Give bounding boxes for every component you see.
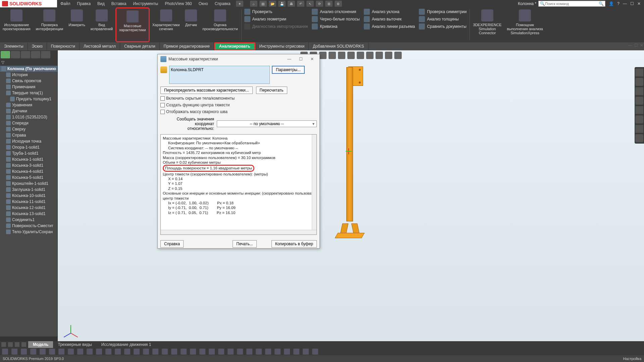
- sketch-tool-icon[interactable]: [190, 349, 196, 355]
- sketch-tool-icon[interactable]: [152, 349, 158, 355]
- play-icon[interactable]: [15, 342, 19, 347]
- select-icon[interactable]: ↖: [306, 1, 314, 7]
- tree-item[interactable]: Тело-Удалить/Сохран: [0, 229, 57, 235]
- step-fwd-icon[interactable]: [21, 342, 26, 347]
- sketch-tool-icon[interactable]: [124, 349, 130, 355]
- home-pane-icon[interactable]: [635, 68, 643, 76]
- sketch-tool-icon[interactable]: [143, 349, 149, 355]
- menu-файл[interactable]: Файл: [57, 1, 74, 6]
- tree-item[interactable]: Примечания: [0, 84, 57, 90]
- ribbon-Измерить[interactable]: Измерить: [66, 7, 88, 42]
- ribbon-mini-Кривизна[interactable]: Кривизна: [312, 23, 360, 30]
- menu-photoview 360[interactable]: PhotoView 360: [161, 1, 195, 6]
- config-manager-tab[interactable]: [21, 51, 30, 58]
- sketch-tool-icon[interactable]: [284, 349, 290, 355]
- dialog-titlebar[interactable]: Массовые характеристики — ☐ ✕: [158, 54, 319, 64]
- maximize-icon[interactable]: ☐: [630, 1, 634, 6]
- params-button[interactable]: Параметры...: [272, 66, 305, 74]
- scene-icon[interactable]: [376, 52, 383, 59]
- tree-item[interactable]: Косынка-5-solid1: [0, 174, 57, 180]
- new-icon[interactable]: ▤: [259, 1, 267, 7]
- results-horizontal-scrollbar[interactable]: [161, 230, 316, 235]
- tree-item[interactable]: Косынка-12-solid1: [0, 205, 57, 211]
- vp-maximize-icon[interactable]: ☐: [634, 43, 638, 48]
- ribbon-mini-Сравнить документы[interactable]: Сравнить документы: [419, 23, 466, 30]
- sketch-tool-icon[interactable]: [199, 349, 205, 355]
- step-back-icon[interactable]: [8, 342, 13, 347]
- tree-item[interactable]: Косынка-4-solid1: [0, 168, 57, 174]
- appearances-pane-icon[interactable]: [635, 115, 643, 123]
- display-style-icon[interactable]: [347, 52, 355, 59]
- sketch-tool-icon[interactable]: [237, 349, 243, 355]
- tree-item[interactable]: Спереди: [0, 120, 57, 126]
- command-search[interactable]: 🔍 🔍: [538, 1, 605, 7]
- tree-item[interactable]: Косынка-13-solid1: [0, 211, 57, 217]
- sketch-tool-icon[interactable]: [11, 349, 17, 355]
- bottom-tab-Трехмерные виды[interactable]: Трехмерные виды: [53, 341, 96, 348]
- copy-button[interactable]: Копировать в буфер: [271, 240, 317, 248]
- sketch-tool-icon[interactable]: [246, 349, 252, 355]
- menu-правка[interactable]: Правка: [74, 1, 94, 6]
- ribbon-mini-Анализ уклона[interactable]: Анализ уклона: [364, 9, 415, 15]
- print-icon[interactable]: 🖶: [288, 1, 295, 7]
- tree-item[interactable]: История: [0, 72, 57, 78]
- ribbon-mini-Проверить[interactable]: Проверить: [244, 9, 308, 15]
- tree-item[interactable]: 1.0116 (S235J2G3): [0, 114, 57, 120]
- tree-item[interactable]: Придать толщину1: [0, 96, 57, 102]
- tree-item[interactable]: Косынка-11-solid1: [0, 199, 57, 205]
- sketch-tool-icon[interactable]: [275, 349, 281, 355]
- forum-pane-icon[interactable]: [635, 134, 643, 142]
- prev-view-icon[interactable]: [319, 52, 327, 59]
- ribbon-mini-Анализ отклонения[interactable]: Анализ отклонения: [312, 9, 360, 15]
- selected-file-box[interactable]: Колонна.SLDPRT: [169, 66, 270, 84]
- rebuild-icon[interactable]: ⟳: [316, 1, 323, 7]
- ribbon-mini-Анализ толщины[interactable]: Анализ толщины: [419, 16, 466, 22]
- recalc-button[interactable]: Пересчитать: [256, 87, 287, 94]
- pin-icon[interactable]: ✦: [236, 1, 243, 7]
- view-settings-icon[interactable]: [385, 52, 392, 59]
- resources-pane-icon[interactable]: [635, 78, 643, 86]
- ribbon-Характеристики[interactable]: Характеристики сечения: [150, 7, 183, 42]
- show-weld-mass-checkbox[interactable]: [160, 110, 165, 114]
- vp-close-icon[interactable]: ✕: [640, 43, 643, 48]
- tab-Инструменты отрисовки[interactable]: Инструменты отрисовки: [255, 42, 309, 50]
- sketch-tool-icon[interactable]: [77, 349, 83, 355]
- create-com-checkbox[interactable]: [160, 103, 165, 107]
- sketch-tool-icon[interactable]: [21, 349, 27, 355]
- sketch-tool-icon[interactable]: [96, 349, 102, 355]
- dialog-close-icon[interactable]: ✕: [307, 57, 317, 61]
- hide-show-icon[interactable]: [357, 52, 364, 59]
- graphics-viewport[interactable]: — ☐ ✕: [58, 50, 644, 341]
- home-icon[interactable]: ⌂: [250, 1, 257, 7]
- menu-инструменты[interactable]: Инструменты: [130, 1, 161, 6]
- sketch-tool-icon[interactable]: [134, 349, 140, 355]
- appearance-icon[interactable]: [366, 52, 374, 59]
- results-textarea[interactable]: Массовые характеристики: Колонна Конфигу…: [160, 134, 317, 235]
- override-button[interactable]: Переопределить массовые характеристики..…: [160, 87, 253, 94]
- tree-item[interactable]: Твердые тела(1): [0, 90, 57, 96]
- bottom-tab-Исследование движения 1[interactable]: Исследование движения 1: [97, 341, 156, 348]
- display-manager-tab[interactable]: [41, 51, 50, 58]
- design-library-icon[interactable]: [635, 87, 643, 95]
- tree-item[interactable]: Уравнения: [0, 102, 57, 108]
- sketch-tool-icon[interactable]: [265, 349, 271, 355]
- sketch-tool-icon[interactable]: [303, 349, 309, 355]
- sketch-tool-icon[interactable]: [181, 349, 187, 355]
- ribbon-Оценка[interactable]: Оценка производительности: [200, 7, 240, 42]
- sketch-tool-icon[interactable]: [40, 349, 46, 355]
- sketch-tool-icon[interactable]: [162, 349, 168, 355]
- tree-item[interactable]: Соединить1: [0, 217, 57, 223]
- tree-item[interactable]: Кронштейн-1-solid1: [0, 180, 57, 187]
- file-explorer-icon[interactable]: [635, 97, 643, 105]
- print-button[interactable]: Печать...: [233, 240, 256, 248]
- sketch-tool-icon[interactable]: [105, 349, 111, 355]
- dialog-maximize-icon[interactable]: ☐: [296, 57, 305, 61]
- tab-Прямое редактирование[interactable]: Прямое редактирование: [160, 42, 214, 50]
- menu-вид[interactable]: Вид: [94, 1, 108, 6]
- ribbon-mini-Анализ линии разъема[interactable]: Анализ линии разъема: [364, 23, 415, 30]
- rewind-start-icon[interactable]: [1, 342, 6, 347]
- undo-icon[interactable]: ↶: [297, 1, 304, 7]
- tree-filter-row[interactable]: ▽: [0, 59, 57, 66]
- help-button[interactable]: Справка: [160, 240, 184, 248]
- ribbon-Помощник[interactable]: Помощник выполнения анализа SimulationXp…: [504, 7, 546, 42]
